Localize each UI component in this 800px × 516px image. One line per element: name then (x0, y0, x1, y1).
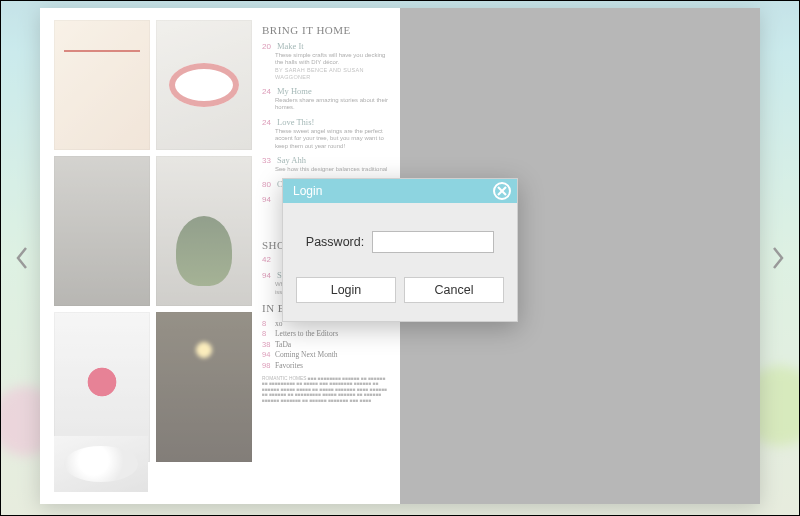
entry-page-number: 24 (262, 118, 275, 128)
chevron-right-icon (771, 246, 785, 270)
entry-page-number: 38 (262, 340, 275, 349)
entry-title: Favorites (275, 361, 303, 370)
modal-body: Password: Login Cancel (283, 203, 517, 321)
password-label: Password: (306, 235, 364, 249)
entry-page-number: 94 (262, 271, 275, 281)
masthead-fineprint: ROMANTIC HOMES ■■■ ■■■■■■■■ ■■■■■■ ■■ ■■… (262, 376, 392, 404)
thumbnail-image (54, 156, 150, 306)
login-button[interactable]: Login (296, 277, 396, 303)
login-modal: Login Password: Login Cancel (282, 178, 518, 322)
contents-entry: 98Favorites (262, 361, 392, 370)
entry-page-number: 24 (262, 87, 275, 97)
entry-title: My Home (277, 86, 312, 96)
thumbnail-image (156, 156, 252, 306)
contents-entry: 8Letters to the Editors (262, 329, 392, 338)
thumbnail-image (156, 312, 252, 462)
entry-title: TaDa (275, 340, 291, 349)
contents-entry: 24 My Home Readers share amazing stories… (262, 86, 392, 112)
entry-page-number: 8 (262, 319, 275, 328)
entry-title: Letters to the Editors (275, 329, 338, 338)
button-row: Login Cancel (293, 277, 507, 313)
contents-entry: 38TaDa (262, 340, 392, 349)
entry-desc: These sweet angel wings are the perfect … (262, 128, 392, 151)
thumbnail-image (54, 436, 148, 492)
entry-title: Love This! (277, 117, 314, 127)
cancel-button[interactable]: Cancel (404, 277, 504, 303)
modal-title: Login (293, 184, 322, 198)
entry-desc: See how this designer balances tradition… (262, 166, 392, 174)
close-button[interactable] (493, 182, 511, 200)
entry-page-number: 94 (262, 195, 275, 205)
thumbnail-image (156, 20, 252, 150)
section-heading: BRING IT HOME (262, 24, 392, 38)
photo-column-2 (156, 20, 252, 492)
entry-page-number: 8 (262, 329, 275, 338)
entry-title: Make It (277, 41, 304, 51)
entry-desc: Readers share amazing stories about thei… (262, 97, 392, 112)
contents-entry: 33 Say Ahh See how this designer balance… (262, 155, 392, 174)
entry-byline: BY SARAH BENCE AND SUSAN WAGGONER (262, 67, 392, 81)
entry-page-number: 94 (262, 350, 275, 359)
entry-page-number: 42 (262, 255, 275, 265)
contents-entry: 20 Make It These simple crafts will have… (262, 41, 392, 81)
modal-header: Login (283, 179, 517, 203)
close-icon (497, 186, 507, 196)
prev-page-button[interactable] (10, 238, 34, 278)
entry-page-number: 20 (262, 42, 275, 52)
password-input[interactable] (372, 231, 494, 253)
entry-page-number: 33 (262, 156, 275, 166)
thumbnail-image (54, 20, 150, 150)
entry-page-number: 98 (262, 361, 275, 370)
photo-column-1 (54, 20, 150, 492)
entry-title: Coming Next Month (275, 350, 338, 359)
next-page-button[interactable] (766, 238, 790, 278)
contents-entry: 24 Love This! These sweet angel wings ar… (262, 117, 392, 151)
entry-title: Say Ahh (277, 155, 306, 165)
entry-page-number: 80 (262, 180, 275, 190)
chevron-left-icon (15, 246, 29, 270)
password-row: Password: (293, 231, 507, 253)
contents-entry: 94Coming Next Month (262, 350, 392, 359)
entry-desc: These simple crafts will have you deckin… (262, 52, 392, 67)
